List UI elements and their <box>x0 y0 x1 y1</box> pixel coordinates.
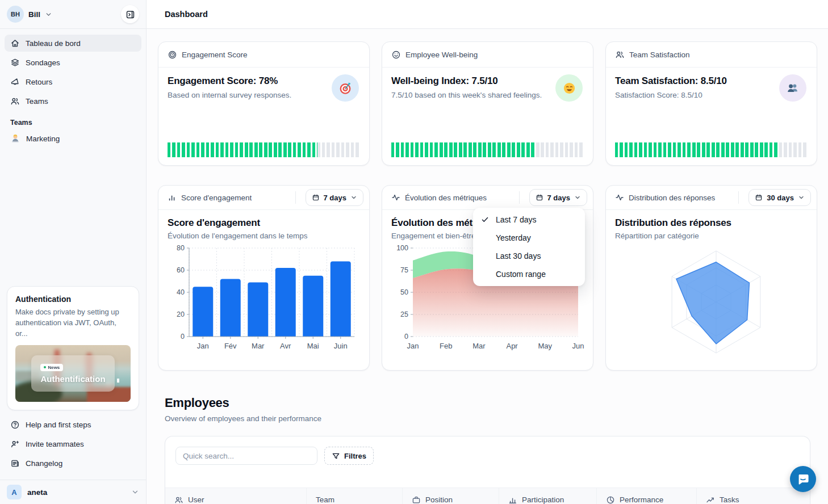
user-plus-icon <box>10 439 20 449</box>
menu-item-last-7-days[interactable]: Last 7 days <box>473 211 585 229</box>
page-title: Dashboard <box>165 10 208 19</box>
calendar-icon <box>312 194 320 201</box>
stat-badge <box>332 74 359 102</box>
promo-image-overlay: News Authentification <box>31 355 114 392</box>
svg-text:Apr: Apr <box>506 342 518 350</box>
green-dot-icon <box>44 366 46 368</box>
workspace-avatar: A <box>7 485 22 499</box>
sidebar-item-feedback[interactable]: Retours <box>5 73 141 90</box>
sidebar-item-changelog[interactable]: Changelog <box>5 455 141 472</box>
chart-title: Score d'engagement <box>168 217 360 229</box>
stat-subtitle: Satisfaction Score: 8.5/10 <box>615 91 808 99</box>
column-header-position[interactable]: Position <box>402 488 499 504</box>
stat-cards-row: Engagement Score Engagement Score: 78% B… <box>158 41 818 166</box>
menu-item-custom-range[interactable]: Custom range <box>473 265 585 283</box>
trend-up-icon <box>706 495 715 504</box>
responses-radar-chart <box>615 242 808 359</box>
range-select-button[interactable]: 7 days <box>306 189 363 206</box>
column-header-user[interactable]: User <box>165 488 306 504</box>
range-select-button[interactable]: 30 days <box>748 189 811 206</box>
svg-text:60: 60 <box>177 266 185 274</box>
user-name[interactable]: Bill <box>28 10 40 19</box>
svg-text:Mar: Mar <box>472 342 486 350</box>
promo-card-wrap: Authentication Make docs private by sett… <box>0 286 146 410</box>
help-circle-icon <box>10 420 20 430</box>
sidebar-item-label: Changelog <box>26 459 62 468</box>
column-header-team[interactable]: Team <box>306 488 402 504</box>
column-header-performance[interactable]: Performance <box>596 488 696 504</box>
stat-badge <box>779 74 806 102</box>
stat-subtitle: 7.5/10 based on this week's shared feeli… <box>391 91 584 99</box>
smile-icon <box>391 50 401 60</box>
sidebar-item-surveys[interactable]: Sondages <box>5 54 141 71</box>
column-header-tasks[interactable]: Tasks <box>696 488 810 504</box>
workspace-switcher[interactable]: A aneta <box>0 480 146 504</box>
promo-description: Make docs private by setting up authenti… <box>15 307 131 339</box>
chat-widget-button[interactable] <box>790 466 816 492</box>
wellbeing-progress-bar <box>391 142 584 157</box>
chevron-down-icon <box>131 488 139 496</box>
chevron-down-icon <box>350 194 357 201</box>
chart-subtitle: Évolution de l'engagement dans le temps <box>168 232 360 240</box>
page-header: Dashboard <box>147 0 828 29</box>
svg-text:25: 25 <box>400 310 408 318</box>
svg-text:Feb: Feb <box>440 342 452 350</box>
collapse-sidebar-button[interactable] <box>121 5 139 23</box>
sidebar-item-help[interactable]: Help and first steps <box>5 416 141 433</box>
bar-chart-icon <box>168 193 177 202</box>
section-subtitle: Overview of employees and their performa… <box>165 414 818 423</box>
activity-icon <box>391 193 400 202</box>
promo-title: Authentication <box>15 295 131 304</box>
news-badge: News <box>40 364 63 371</box>
layers-icon <box>10 58 20 68</box>
sidebar-item-label: Teams <box>26 97 48 106</box>
engagement-score-card: Engagement Score Engagement Score: 78% B… <box>158 41 370 166</box>
sidebar-user-row: BH Bill <box>0 0 146 29</box>
avatar: BH <box>7 6 24 23</box>
sidebar-nav: Tableau de bord Sondages Retours Teams <box>0 29 146 112</box>
promo-image-caption: Authentification <box>40 374 105 384</box>
engagement-chart-card: Score d'engagement 7 days Score d'engage… <box>158 185 370 371</box>
chevron-down-icon <box>45 11 52 18</box>
satisfaction-progress-bar <box>615 142 808 157</box>
sidebar-item-teams[interactable]: Teams <box>5 93 141 110</box>
target-emoji <box>338 81 353 96</box>
authentication-promo-card[interactable]: Authentication Make docs private by sett… <box>7 286 139 410</box>
svg-text:40: 40 <box>177 288 185 296</box>
column-header-participation[interactable]: Participation <box>499 488 596 504</box>
card-header-label: Évolution des métriques <box>405 194 487 202</box>
range-select-button[interactable]: 7 days <box>529 189 587 206</box>
team-satisfaction-card: Team Satisfaction Team Satisfaction: 8.5… <box>605 41 817 166</box>
users-icon <box>174 495 183 504</box>
stat-badge <box>555 74 583 102</box>
employees-section: Employees Overview of employees and thei… <box>165 396 818 423</box>
chevron-down-icon <box>574 194 581 201</box>
stat-title: Team Satisfaction: 8.5/10 <box>615 75 808 87</box>
filters-button[interactable]: Filtres <box>324 447 374 465</box>
sidebar-item-label: Retours <box>26 78 52 86</box>
filter-funnel-icon <box>332 452 340 460</box>
sidebar-item-label: Marketing <box>26 135 60 143</box>
sidebar-item-marketing[interactable]: Marketing <box>5 130 141 147</box>
menu-item-last-30-days[interactable]: Last 30 days <box>473 247 585 265</box>
card-header-label: Employee Well-being <box>405 51 478 59</box>
busts-emoji <box>785 81 800 95</box>
bar-chart-icon <box>508 495 517 504</box>
svg-text:Mar: Mar <box>252 342 265 350</box>
smiling-face-emoji <box>562 81 577 96</box>
sidebar-section-teams: Teams <box>0 112 146 130</box>
sidebar-item-dashboard[interactable]: Tableau de bord <box>5 35 141 52</box>
svg-text:80: 80 <box>177 244 185 252</box>
engagement-bar-chart: 020406080JanFévMarAvrMaiJuin <box>168 242 360 355</box>
promo-image: News Authentification <box>15 345 131 402</box>
card-header-label: Distribution des réponses <box>629 194 715 202</box>
svg-text:20: 20 <box>177 310 185 318</box>
svg-text:50: 50 <box>400 288 408 296</box>
menu-item-yesterday[interactable]: Yesterday <box>473 229 585 247</box>
sidebar-item-invite[interactable]: Invite teammates <box>5 435 141 452</box>
megaphone-icon <box>9 76 21 88</box>
range-dropdown-menu: Last 7 days Yesterday Last 30 days Custo… <box>473 208 585 286</box>
activity-icon <box>615 193 624 202</box>
search-input[interactable] <box>175 447 317 465</box>
svg-text:Jun: Jun <box>572 342 584 350</box>
